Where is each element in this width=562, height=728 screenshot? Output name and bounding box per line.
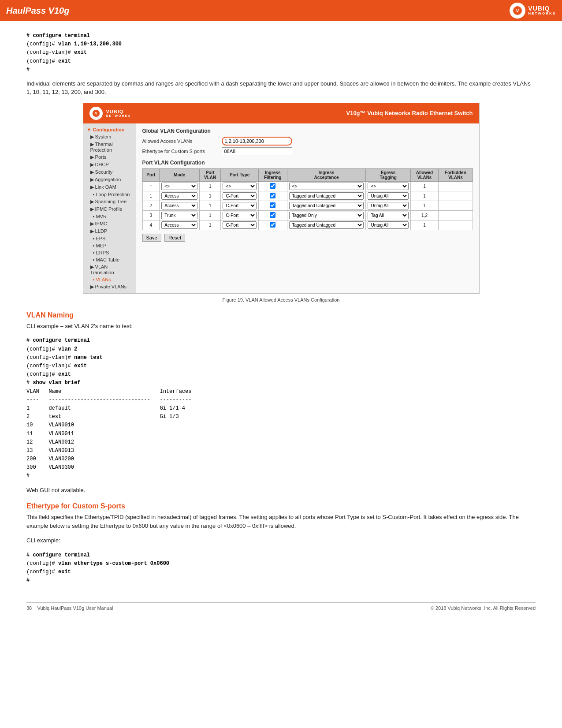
vlan-naming-heading: VLAN Naming <box>26 311 536 319</box>
cell-forbidden-1 <box>439 191 473 201</box>
cell-port-type-2[interactable]: C-Port <box>221 201 258 210</box>
cell-ingress-filter-2[interactable] <box>258 201 287 210</box>
ingress-filter-1[interactable] <box>270 193 275 198</box>
top-code-line-1: configure terminal <box>33 33 90 39</box>
sidebar-item-mvr[interactable]: • MVR <box>83 213 136 220</box>
cell-allowed-4: 1 <box>410 220 438 230</box>
switch-vubiq-icon: V <box>92 109 100 117</box>
sidebar-item-vlans[interactable]: • VLANs <box>83 276 136 283</box>
port-type-select-4[interactable]: C-Port <box>223 221 256 229</box>
mode-select-2[interactable]: Access <box>161 202 197 209</box>
cell-ingress-accept-4[interactable]: Tagged and Untagged <box>287 220 366 230</box>
mode-select-1[interactable]: Access <box>161 192 197 200</box>
egress-tag-4[interactable]: Untag All <box>368 221 408 229</box>
sidebar-item-mep[interactable]: • MEP <box>83 242 136 249</box>
vubiq-sub: NETWORKS <box>528 12 556 16</box>
cell-mode-3[interactable]: Trunk <box>160 210 200 220</box>
cell-port: * <box>142 181 160 191</box>
page-header: HaulPass V10g V VUBIQ NETWORKS <box>0 0 562 21</box>
switch-logo-words: VUBIQ NETWORKS <box>106 109 131 118</box>
ingress-accept-4[interactable]: Tagged and Untagged <box>289 221 364 229</box>
sidebar-item-dhcp[interactable]: ▶ DHCP <box>83 161 136 168</box>
ingress-filter-4[interactable] <box>270 222 275 228</box>
egress-tag-3[interactable]: Tag All <box>368 212 408 219</box>
vubiq-logo-text: VUBIQ NETWORKS <box>528 5 556 16</box>
cell-port-4: 4 <box>142 220 160 230</box>
ingress-accept-2[interactable]: Tagged and Untagged <box>289 202 364 209</box>
sidebar-item-ipmc[interactable]: ▶ IPMC <box>83 220 136 228</box>
vubiq-name: VUBIQ <box>528 5 556 12</box>
ingress-accept-wildcard[interactable]: <> <box>289 183 364 190</box>
port-type-select-3[interactable]: C-Port <box>223 212 256 219</box>
sidebar-item-eps[interactable]: • EPS <box>83 235 136 242</box>
sidebar-item-lldp[interactable]: ▶ LLDP <box>83 228 136 235</box>
cell-port-type[interactable]: <> <box>221 181 258 191</box>
sidebar-item-thermal[interactable]: ▶ Thermal Protection <box>83 141 136 153</box>
allowed-access-vlans-input[interactable] <box>222 137 292 146</box>
port-type-select-wildcard[interactable]: <> <box>223 183 256 190</box>
cell-egress-tag-4[interactable]: Untag All <box>366 220 410 230</box>
sidebar-item-loop-protection[interactable]: • Loop Protection <box>83 191 136 198</box>
allowed-access-vlans-row: Allowed Access VLANs <box>142 137 473 146</box>
sidebar-item-ports[interactable]: ▶ Ports <box>83 153 136 161</box>
sidebar-item-security[interactable]: ▶ Security <box>83 168 136 176</box>
top-body-text: Individual elements are separated by com… <box>26 79 536 97</box>
ethertype-row: Ethertype for Custom S-ports <box>142 147 473 155</box>
cell-egress-tag-2[interactable]: Untag All <box>366 201 410 210</box>
col-port-type: Port Type <box>221 168 258 181</box>
ingress-filter-2[interactable] <box>270 202 275 208</box>
cell-port-type-4[interactable]: C-Port <box>221 220 258 230</box>
switch-ui-header: V VUBIQ NETWORKS V10g™ Vubiq Networks Ra… <box>83 103 479 123</box>
ingress-accept-3[interactable]: Tagged Only <box>289 212 364 219</box>
cell-mode[interactable]: <> <box>160 181 200 191</box>
cli-label: CLI example: <box>26 536 536 545</box>
port-type-select-2[interactable]: C-Port <box>223 202 256 209</box>
ethertype-input[interactable] <box>222 147 292 155</box>
sidebar-item-link-oam[interactable]: ▶ Link OAM <box>83 183 136 191</box>
svg-text:V: V <box>95 112 97 116</box>
cell-ingress-filter-4[interactable] <box>258 220 287 230</box>
cell-egress-tag-1[interactable]: Untag All <box>366 191 410 201</box>
cell-mode-2[interactable]: Access <box>160 201 200 210</box>
mode-select-3[interactable]: Trunk <box>161 212 197 219</box>
cell-mode-1[interactable]: Access <box>160 191 200 201</box>
cell-mode-4[interactable]: Access <box>160 220 200 230</box>
ingress-filter-wildcard[interactable] <box>270 183 275 189</box>
cell-ingress-accept[interactable]: <> <box>287 181 366 191</box>
cell-forbidden-4 <box>439 220 473 230</box>
table-row-3: 3 Trunk 1 C-Port Tagged Only Tag All 1,2 <box>142 210 473 220</box>
sidebar-item-vlan-translation[interactable]: ▶ VLAN Translation <box>83 263 136 276</box>
cell-egress-tag[interactable]: <> <box>366 181 410 191</box>
sidebar-item-system[interactable]: ▶ System <box>83 133 136 141</box>
sidebar-item-aggregation[interactable]: ▶ Aggregation <box>83 176 136 183</box>
page-footer: 38 Vubiq HaulPass V10g User Manual © 201… <box>26 602 536 611</box>
reset-button[interactable]: Reset <box>164 234 185 242</box>
sidebar-item-ipmc-profile[interactable]: ▶ IPMC Profile <box>83 205 136 213</box>
cell-port-type-3[interactable]: C-Port <box>221 210 258 220</box>
cell-ingress-filter[interactable] <box>258 181 287 191</box>
cell-ingress-accept-3[interactable]: Tagged Only <box>287 210 366 220</box>
cell-egress-tag-3[interactable]: Tag All <box>366 210 410 220</box>
sidebar-item-mac-table[interactable]: • MAC Table <box>83 256 136 263</box>
sidebar-item-private-vlans[interactable]: ▶ Private VLANs <box>83 283 136 291</box>
switch-logo-left: V VUBIQ NETWORKS <box>89 107 131 120</box>
cell-ingress-accept-1[interactable]: Tagged and Untagged <box>287 191 366 201</box>
port-type-select-1[interactable]: C-Port <box>223 192 256 200</box>
egress-tag-1[interactable]: Untag All <box>368 192 408 200</box>
cell-ingress-filter-3[interactable] <box>258 210 287 220</box>
egress-tag-2[interactable]: Untag All <box>368 202 408 209</box>
web-gui-note: Web GUI not available. <box>26 486 536 495</box>
save-button[interactable]: Save <box>142 234 161 242</box>
ingress-accept-1[interactable]: Tagged and Untagged <box>289 192 364 200</box>
mode-select-4[interactable]: Access <box>161 221 197 229</box>
sidebar-item-configuration[interactable]: ▼ Configuration <box>83 126 136 133</box>
sidebar-item-erps[interactable]: • ERPS <box>83 249 136 256</box>
cell-ingress-filter-1[interactable] <box>258 191 287 201</box>
cell-ingress-accept-2[interactable]: Tagged and Untagged <box>287 201 366 210</box>
egress-tag-wildcard[interactable]: <> <box>368 183 408 190</box>
ingress-filter-3[interactable] <box>270 212 275 218</box>
sidebar-item-spanning-tree[interactable]: ▶ Spanning Tree <box>83 198 136 205</box>
cell-port-3: 3 <box>142 210 160 220</box>
cell-port-type-1[interactable]: C-Port <box>221 191 258 201</box>
mode-select-wildcard[interactable]: <> <box>161 183 197 190</box>
